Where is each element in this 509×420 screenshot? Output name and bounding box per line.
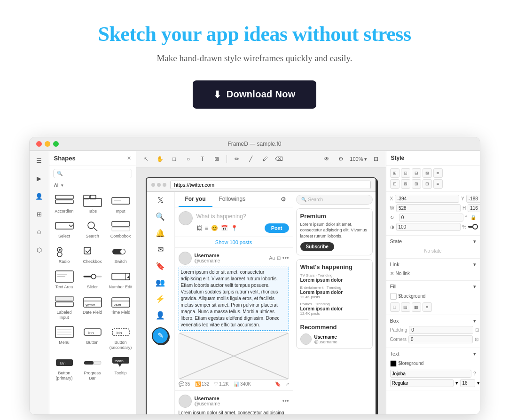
twitter-search-box[interactable]: 🔍 Search bbox=[296, 195, 373, 205]
eraser-tool[interactable]: ⌫ bbox=[274, 154, 284, 164]
tweet-views[interactable]: 📊 340K bbox=[234, 381, 251, 387]
link-section-title[interactable]: Link ▾ bbox=[390, 262, 476, 268]
shape-item-time[interactable]: 24/hr Time Field bbox=[107, 293, 135, 323]
w-input[interactable] bbox=[396, 204, 461, 212]
tweet-options-icon[interactable]: ••• bbox=[282, 254, 289, 262]
text-tool[interactable]: T bbox=[197, 154, 208, 164]
twitter-bell-icon[interactable]: 🔔 bbox=[156, 229, 165, 238]
pen-tool[interactable]: ✏ bbox=[232, 154, 242, 164]
shape-item-radio[interactable]: Radio bbox=[50, 242, 78, 267]
fill-icon-2[interactable]: ▨ bbox=[401, 302, 410, 312]
lock-icon[interactable]: 🔓 bbox=[470, 215, 476, 220]
post-button[interactable]: Post bbox=[265, 223, 289, 233]
padding-input[interactable] bbox=[409, 326, 473, 334]
location-action-icon[interactable]: 📍 bbox=[231, 225, 238, 231]
shape-item-select[interactable]: Select bbox=[50, 216, 78, 242]
shape-item-slider[interactable]: Slider bbox=[78, 267, 107, 293]
twitter-compose-icon[interactable]: ✎ bbox=[152, 327, 169, 344]
hand-tool[interactable]: ✋ bbox=[155, 154, 165, 164]
select-tool[interactable]: ↖ bbox=[141, 154, 151, 164]
tweet-options-icon-2[interactable]: ••• bbox=[282, 397, 289, 404]
settings-gear-icon[interactable]: ⚙ bbox=[278, 193, 289, 206]
tab-for-you[interactable]: For you bbox=[179, 192, 212, 207]
show-posts[interactable]: Show 100 posts bbox=[175, 237, 293, 248]
shape-item-accordion[interactable]: Accordion bbox=[50, 191, 78, 217]
fill-icon-1[interactable]: □ bbox=[390, 302, 399, 312]
people-icon[interactable]: 👤 bbox=[33, 190, 45, 203]
shape-item-progress[interactable]: Progress Bar bbox=[78, 353, 107, 384]
font-size-input[interactable] bbox=[460, 379, 475, 387]
list-action-icon[interactable]: ≡ bbox=[205, 225, 208, 231]
expand-icon[interactable]: ⊡ bbox=[277, 255, 281, 261]
style-icon-7[interactable]: ⊠ bbox=[401, 179, 410, 189]
shape-item-input[interactable]: Input bbox=[107, 191, 135, 217]
all-filter[interactable]: All ▾ bbox=[49, 181, 136, 190]
tweet-retweet[interactable]: 🔁 132 bbox=[195, 381, 210, 387]
style-icon-2[interactable]: ⊡ bbox=[401, 168, 410, 178]
text-section-title[interactable]: Text ▾ bbox=[390, 351, 476, 357]
box-section-title[interactable]: Box ▾ bbox=[390, 318, 476, 324]
shape-item-menu[interactable]: Menu bbox=[50, 323, 78, 353]
pencil-tool[interactable]: 🖊 bbox=[260, 154, 270, 164]
x-input[interactable] bbox=[395, 195, 459, 203]
calendar-action-icon[interactable]: 📅 bbox=[221, 225, 228, 231]
emoji-action-icon[interactable]: 😊 bbox=[211, 225, 218, 231]
style-icon-9[interactable]: ⊟ bbox=[423, 179, 432, 189]
play-icon[interactable]: ▶ bbox=[33, 173, 45, 185]
twitter-bookmark-icon[interactable]: 🔖 bbox=[156, 262, 165, 270]
shape-item-date[interactable]: yy/mm Date Field bbox=[78, 293, 107, 323]
shape-item-textarea[interactable]: Text Area bbox=[50, 267, 78, 293]
smiley-icon[interactable]: ☺ bbox=[33, 226, 45, 238]
fit-window-icon[interactable]: ⊡ bbox=[371, 154, 381, 164]
tab-followings[interactable]: Followings bbox=[212, 192, 252, 207]
style-icon-1[interactable]: ⊞ bbox=[390, 168, 399, 178]
rotation-input[interactable] bbox=[399, 214, 463, 222]
opacity-thumb[interactable] bbox=[472, 224, 478, 230]
corners-input[interactable] bbox=[408, 335, 473, 343]
shape-item-search[interactable]: Search bbox=[78, 216, 107, 242]
shape-item-labeled-input[interactable]: Labeled Input bbox=[50, 293, 78, 323]
minimize-button[interactable] bbox=[45, 141, 50, 147]
twitter-profile-icon[interactable]: 👤 bbox=[156, 311, 165, 320]
eye-icon[interactable]: 👁 bbox=[321, 154, 332, 164]
state-section-title[interactable]: State ▾ bbox=[390, 238, 476, 245]
layers-icon[interactable]: ⬡ bbox=[33, 244, 45, 256]
tweet-like[interactable]: ♡ 1.2K bbox=[214, 381, 229, 387]
text-color-swatch[interactable] bbox=[390, 360, 397, 367]
style-icon-4[interactable]: ⊠ bbox=[423, 168, 432, 178]
twitter-lightning-icon[interactable]: ⚡ bbox=[156, 294, 165, 303]
fill-color-swatch[interactable] bbox=[390, 293, 397, 300]
shape-item-combobox[interactable]: Combobox bbox=[107, 216, 135, 242]
tweet-comment[interactable]: 💬 35 bbox=[179, 381, 190, 387]
fill-icon-4[interactable]: ≡ bbox=[423, 302, 432, 312]
shape-item-checkbox[interactable]: Checkbox bbox=[78, 242, 107, 267]
close-button[interactable] bbox=[36, 141, 42, 147]
fill-icon-3[interactable]: ▦ bbox=[412, 302, 421, 312]
maximize-button[interactable] bbox=[53, 141, 59, 147]
style-icon-6[interactable]: ⊡ bbox=[390, 179, 399, 189]
grid-icon[interactable]: ⊞ bbox=[33, 208, 45, 221]
opacity-slider[interactable] bbox=[468, 226, 476, 228]
line-tool[interactable]: ╱ bbox=[246, 154, 256, 164]
tweet-bookmark[interactable]: 🔖 bbox=[275, 381, 281, 387]
shape-item-button-secondary[interactable]: btn Button (secondary) bbox=[107, 323, 135, 353]
circle-tool[interactable]: ○ bbox=[183, 154, 194, 164]
image-action-icon[interactable]: 🖼 bbox=[196, 225, 202, 231]
style-icon-10[interactable]: ≡ bbox=[433, 179, 443, 189]
opacity-input[interactable] bbox=[396, 223, 461, 231]
shape-item-button[interactable]: btn Button bbox=[78, 323, 107, 353]
shape-item-tooltip[interactable]: tooltip Tooltip bbox=[107, 353, 135, 384]
url-input[interactable] bbox=[170, 181, 371, 189]
zoom-level[interactable]: 100% ▾ bbox=[350, 156, 367, 162]
twitter-people-icon[interactable]: 👥 bbox=[156, 278, 165, 287]
download-button[interactable]: ⬇ Download Now bbox=[193, 80, 316, 109]
shape-item-tabs[interactable]: Tabs bbox=[78, 191, 107, 217]
twitter-mail-icon[interactable]: ✉ bbox=[157, 245, 164, 254]
shape-item-number[interactable]: ▲ Number Edit bbox=[107, 267, 135, 293]
font-name-input[interactable] bbox=[390, 370, 471, 378]
tweet-share[interactable]: ↗ bbox=[285, 381, 289, 387]
style-icon-5[interactable]: ≡ bbox=[433, 168, 443, 178]
y-input[interactable] bbox=[466, 195, 480, 203]
settings-icon[interactable]: ⚙ bbox=[336, 154, 346, 164]
style-icon-3[interactable]: ⊟ bbox=[412, 168, 421, 178]
